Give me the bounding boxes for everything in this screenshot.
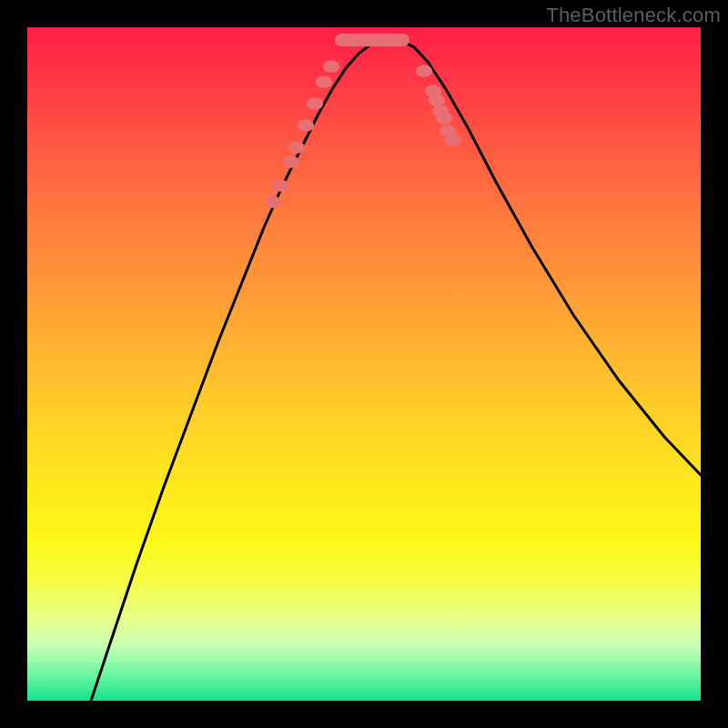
marker-dot	[307, 97, 323, 110]
marker-dot	[272, 179, 288, 192]
marker-dot	[316, 76, 332, 88]
watermark-text: TheBottleneck.com	[546, 4, 721, 27]
marker-dot	[416, 65, 432, 77]
curve-bottom-band	[335, 34, 410, 46]
marker-dot	[265, 196, 281, 208]
marker-dot	[283, 156, 299, 168]
chart-plot-area	[27, 27, 701, 701]
marker-dot	[436, 112, 452, 125]
marker-dot	[429, 94, 445, 106]
marker-group-left	[265, 60, 339, 208]
bottleneck-curve	[91, 38, 701, 701]
marker-dot	[288, 141, 305, 154]
marker-dot	[298, 119, 314, 132]
chart-svg	[27, 27, 701, 701]
marker-dot	[445, 134, 461, 147]
marker-dot	[323, 60, 339, 73]
chart-frame: TheBottleneck.com	[0, 0, 728, 728]
